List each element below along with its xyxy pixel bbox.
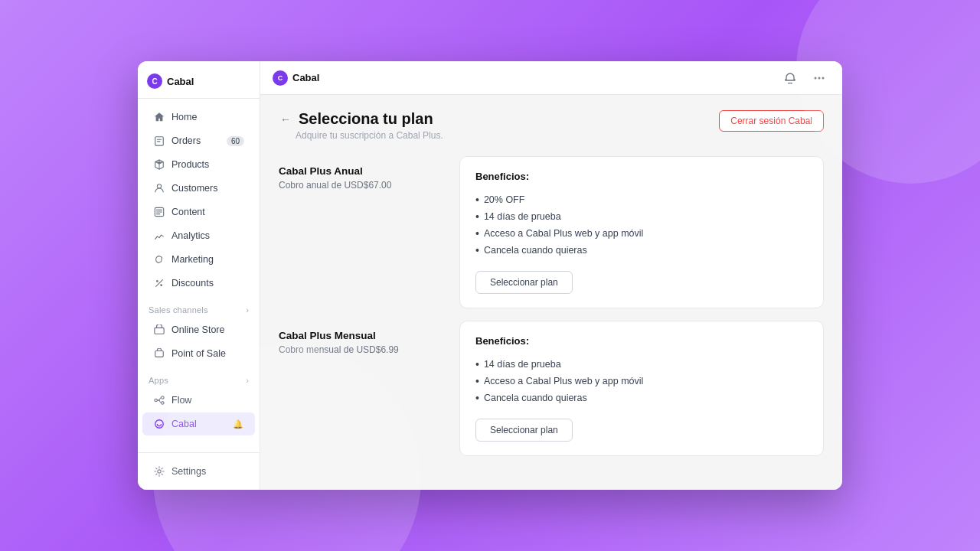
sidebar-item-home-label: Home xyxy=(172,112,244,122)
sidebar-item-online-store-label: Online Store xyxy=(172,324,244,335)
apps-section-header[interactable]: Apps › xyxy=(138,368,260,388)
sidebar-item-orders[interactable]: Orders 60 xyxy=(142,129,255,152)
annual-benefit-1: 20% OFF xyxy=(475,191,808,208)
monthly-benefits-list: 14 días de prueba Acceso a Cabal Plus we… xyxy=(475,356,808,406)
main-content: C Cabal ← Selecciona tu plan xyxy=(260,61,842,490)
topbar-title: Cabal xyxy=(292,72,319,83)
annual-benefit-2: 14 días de prueba xyxy=(475,208,808,225)
topbar-logo: C xyxy=(273,70,288,86)
more-options-button[interactable] xyxy=(808,67,830,89)
monthly-plan-name: Cabal Plus Mensual xyxy=(279,330,447,341)
flow-icon xyxy=(153,394,165,406)
online-store-icon xyxy=(153,324,165,336)
page-header-left: ← Selecciona tu plan Adquire tu suscripc… xyxy=(279,110,443,141)
sidebar-item-analytics-label: Analytics xyxy=(172,230,244,241)
discounts-icon xyxy=(153,277,165,289)
marketing-icon xyxy=(153,253,165,266)
svg-point-9 xyxy=(162,402,165,405)
point-of-sale-icon xyxy=(153,347,165,360)
cabal-icon xyxy=(153,418,165,430)
sidebar-item-settings[interactable]: Settings xyxy=(142,460,255,483)
monthly-benefit-1: 14 días de prueba xyxy=(475,356,808,373)
topbar-right xyxy=(779,67,830,89)
annual-plan-info: Cabal Plus Anual Cobro anual de USD$67.0… xyxy=(279,156,447,308)
monthly-plan-price: Cobro mensual de USD$6.99 xyxy=(279,344,447,355)
annual-select-plan-button[interactable]: Seleccionar plan xyxy=(475,271,573,294)
sales-channels-section-header[interactable]: Sales channels › xyxy=(138,298,260,318)
monthly-select-plan-button[interactable]: Seleccionar plan xyxy=(475,419,573,442)
sidebar-header: C Cabal xyxy=(138,67,260,99)
sidebar-item-products[interactable]: Products xyxy=(142,153,255,176)
monthly-plan-row: Cabal Plus Mensual Cobro mensual de USD$… xyxy=(279,321,824,456)
settings-icon xyxy=(153,465,165,478)
monthly-benefit-2: Acceso a Cabal Plus web y app móvil xyxy=(475,373,808,390)
svg-point-3 xyxy=(156,280,158,282)
orders-badge: 60 xyxy=(227,136,244,146)
monthly-benefits-title: Beneficios: xyxy=(475,335,808,347)
annual-benefits-list: 20% OFF 14 días de prueba Acceso a Cabal… xyxy=(475,191,808,259)
svg-point-10 xyxy=(155,420,164,429)
annual-benefit-3: Acceso a Cabal Plus web y app móvil xyxy=(475,225,808,242)
analytics-icon xyxy=(153,230,165,242)
sidebar-item-content[interactable]: Content xyxy=(142,201,255,223)
cabal-bell-icon: 🔔 xyxy=(232,418,244,430)
sidebar-item-marketing-label: Marketing xyxy=(172,254,244,265)
sidebar-nav: Home Orders 60 Products xyxy=(138,102,260,452)
sidebar-item-analytics[interactable]: Analytics xyxy=(142,224,255,247)
sidebar-item-products-label: Products xyxy=(172,159,244,170)
sidebar-item-customers[interactable]: Customers xyxy=(142,177,255,200)
topbar-left: C Cabal xyxy=(273,70,319,86)
sidebar-item-discounts-label: Discounts xyxy=(172,278,244,289)
content-icon xyxy=(153,206,165,218)
sidebar-item-customers-label: Customers xyxy=(172,183,244,194)
svg-point-1 xyxy=(157,184,161,188)
sidebar-item-online-store[interactable]: Online Store xyxy=(142,318,255,341)
page-title: Selecciona tu plan xyxy=(299,110,433,128)
page-title-row: ← Selecciona tu plan xyxy=(279,110,443,128)
sidebar-item-flow-label: Flow xyxy=(172,395,244,406)
sidebar-item-cabal-label: Cabal xyxy=(172,419,226,429)
close-session-button[interactable]: Cerrar sesión Cabal xyxy=(719,110,824,132)
svg-rect-6 xyxy=(155,351,164,357)
sidebar-item-marketing[interactable]: Marketing xyxy=(142,248,255,271)
annual-plan-card: Beneficios: 20% OFF 14 días de prueba Ac… xyxy=(459,156,824,308)
content-area: ← Selecciona tu plan Adquire tu suscripc… xyxy=(260,95,842,490)
sidebar-logo: C xyxy=(147,73,162,89)
back-button[interactable]: ← xyxy=(279,112,292,127)
sidebar-app-name: Cabal xyxy=(167,76,194,87)
svg-rect-5 xyxy=(155,328,164,334)
svg-point-8 xyxy=(162,396,165,399)
home-icon xyxy=(153,111,165,123)
apps-section-chevron: › xyxy=(246,377,249,385)
svg-point-7 xyxy=(155,399,158,402)
annual-benefits-title: Beneficios: xyxy=(475,171,808,182)
svg-point-12 xyxy=(815,77,817,79)
page-subtitle: Adquire tu suscripción a Cabal Plus. xyxy=(296,130,443,141)
topbar: C Cabal xyxy=(260,61,842,95)
sidebar-bottom: Settings xyxy=(138,452,260,490)
sidebar: C Cabal Home Orders 60 xyxy=(138,61,260,490)
annual-plan-price: Cobro anual de USD$67.00 xyxy=(279,180,447,191)
svg-point-13 xyxy=(818,77,821,79)
sidebar-item-content-label: Content xyxy=(172,207,244,217)
sidebar-item-point-of-sale[interactable]: Point of Sale xyxy=(142,342,255,365)
svg-point-11 xyxy=(158,470,161,473)
bell-button[interactable] xyxy=(779,67,801,89)
annual-benefit-4: Cancela cuando quieras xyxy=(475,242,808,259)
svg-point-4 xyxy=(160,284,162,286)
sidebar-item-home[interactable]: Home xyxy=(142,106,255,129)
sidebar-item-cabal[interactable]: Cabal 🔔 xyxy=(142,412,255,435)
annual-plan-row: Cabal Plus Anual Cobro anual de USD$67.0… xyxy=(279,156,824,308)
sidebar-item-flow[interactable]: Flow xyxy=(142,389,255,412)
page-header: ← Selecciona tu plan Adquire tu suscripc… xyxy=(279,110,824,141)
sidebar-item-settings-label: Settings xyxy=(172,466,244,477)
svg-point-14 xyxy=(822,77,825,79)
apps-section-label: Apps xyxy=(149,376,168,385)
products-icon xyxy=(153,158,165,171)
sales-channels-label: Sales channels xyxy=(149,305,208,315)
sales-channels-chevron: › xyxy=(246,306,249,315)
annual-plan-name: Cabal Plus Anual xyxy=(279,165,447,177)
app-window: C Cabal Home Orders 60 xyxy=(138,61,842,490)
sidebar-item-discounts[interactable]: Discounts xyxy=(142,272,255,295)
customers-icon xyxy=(153,182,165,194)
